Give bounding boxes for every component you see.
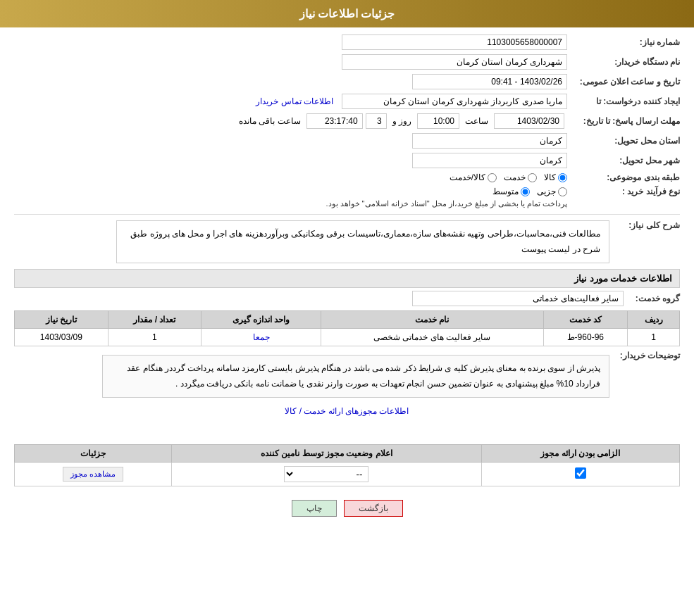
cell-vahed: جمعا xyxy=(202,329,321,346)
cell-namKhedmat: سایر فعالیت های خدماتی شخصی xyxy=(321,329,544,346)
shahr-value: کرمان xyxy=(412,153,567,168)
sharhKoli-value: مطالعات فنی،محاسبات،طراحی وتهیه نقشه‌های… xyxy=(116,220,609,263)
tabaqebandi-radio-kala[interactable]: کالا xyxy=(544,172,567,182)
mohlat-saat: 10:00 xyxy=(417,113,459,129)
col-namKhedmat: نام خدمت xyxy=(321,311,544,329)
groupeKhedmat-value: سایر فعالیت‌های خدماتی xyxy=(412,291,624,306)
contact-info-link[interactable]: اطلاعات تماس خریدار xyxy=(256,96,333,106)
cell-tedad: 1 xyxy=(108,329,202,346)
lic-cell-elzami xyxy=(481,463,679,486)
tabaqebandi-radio-kala-khedmat[interactable]: کالا/خدمت xyxy=(450,172,497,182)
shomareNiaz-label: شماره نیاز: xyxy=(567,37,680,47)
namDasgah-label: نام دستگاه خریدار: xyxy=(567,57,680,67)
toszihat-value: پذیرش از سوی برنده به معنای پذیرش کلیه ی… xyxy=(102,355,609,398)
mohlat-remainingLabel: ساعت باقی مانده xyxy=(236,116,304,126)
footer-buttons: بازگشت چاپ xyxy=(14,489,680,527)
sharhKoli-label: شرح کلی نیاز: xyxy=(609,220,680,230)
license-table-row: -- مشاهده مجوز xyxy=(15,463,680,486)
lic-cell-status: -- xyxy=(171,463,481,486)
ostan-label: استان محل تحویل: xyxy=(567,136,680,146)
tabaqebandi-radiogroup: کالا خدمت کالا/خدمت xyxy=(450,172,567,182)
noeFarayand-label: نوع فرآیند خرید : xyxy=(567,187,680,196)
lic-col-status: اعلام وضعیت مجوز توسط نامین کننده xyxy=(171,445,481,463)
noeFarayand-note: پرداخت تمام یا بخشی از مبلغ خرید،از محل … xyxy=(326,199,567,208)
noeFarayand-radiogroup: جزیی متوسط xyxy=(326,187,567,196)
license-table: الزامی بودن ارائه مجوز اعلام وضعیت مجوز … xyxy=(14,444,680,486)
licensesSection-link[interactable]: اطلاعات مجوزهای ارائه خدمت / کالا xyxy=(14,406,680,416)
tarikhAalan-label: تاریخ و ساعت اعلان عمومی: xyxy=(567,77,680,87)
tarikhAalan-value: 1403/02/26 - 09:41 xyxy=(412,74,567,89)
table-row: 1 960-96-ط سایر فعالیت های خدماتی شخصی ج… xyxy=(15,329,680,346)
cell-kodKhedmat: 960-96-ط xyxy=(543,329,627,346)
mohlat-date: 1403/02/30 xyxy=(494,113,564,129)
lic-col-detail: جزئیات xyxy=(15,445,172,463)
cell-tarikh: 1403/03/09 xyxy=(15,329,109,346)
ostan-value: کرمان xyxy=(412,133,567,149)
ijadKonande-value: ماریا صدری کاربرداز شهرداری کرمان استان … xyxy=(342,94,567,109)
col-vahed: واحد اندازه گیری xyxy=(202,311,321,329)
mohlat-saatLabel: ساعت xyxy=(462,116,491,126)
groupeKhedmat-label: گروه خدمت: xyxy=(624,294,680,303)
ijadKonande-label: ایجاد کننده درخواست: تا xyxy=(567,96,680,106)
lic-col-elzami: الزامی بودن ارائه مجوز xyxy=(481,445,679,463)
mohlat-remaining: 23:17:40 xyxy=(306,113,363,129)
mohlat-rozLabel: روز و xyxy=(390,116,414,126)
tabaqebandi-radio-khedmat[interactable]: خدمت xyxy=(504,172,537,182)
toszihat-label: توضیحات خریدار: xyxy=(609,351,680,360)
mohlat-roz: 3 xyxy=(366,113,387,129)
elzami-checkbox[interactable] xyxy=(575,467,586,479)
col-kodKhedmat: کد خدمت xyxy=(543,311,627,329)
back-button[interactable]: بازگشت xyxy=(344,500,403,517)
page-title: جزئیات اطلاعات نیاز xyxy=(0,0,694,27)
shahr-label: شهر محل تحویل: xyxy=(567,156,680,165)
col-tedad: تعداد / مقدار xyxy=(108,311,202,329)
lic-cell-detail: مشاهده مجوز xyxy=(15,463,172,486)
namDasgah-value: شهرداری کرمان استان کرمان xyxy=(342,54,567,70)
services-table: ردیف کد خدمت نام خدمت واحد اندازه گیری ت… xyxy=(14,310,680,346)
tabaqebandi-label: طبقه بندی موضوعی: xyxy=(567,172,680,182)
cell-radif: 1 xyxy=(628,329,680,346)
status-select[interactable]: -- xyxy=(284,466,368,482)
print-button[interactable]: چاپ xyxy=(292,500,337,517)
shomareNiaz-value: 1103005658000007 xyxy=(342,34,567,50)
noeFarayand-radio-jozi[interactable]: جزیی xyxy=(537,187,567,196)
col-tarikh: تاریخ نیاز xyxy=(15,311,109,329)
view-license-button[interactable]: مشاهده مجوز xyxy=(63,467,123,482)
servicesSection-title: اطلاعات خدمات مورد نیاز xyxy=(14,269,680,288)
mohlat-label: مهلت ارسال پاسخ: تا تاریخ: xyxy=(567,116,680,126)
col-radif: ردیف xyxy=(628,311,680,329)
noeFarayand-radio-motavasset[interactable]: متوسط xyxy=(492,187,530,196)
